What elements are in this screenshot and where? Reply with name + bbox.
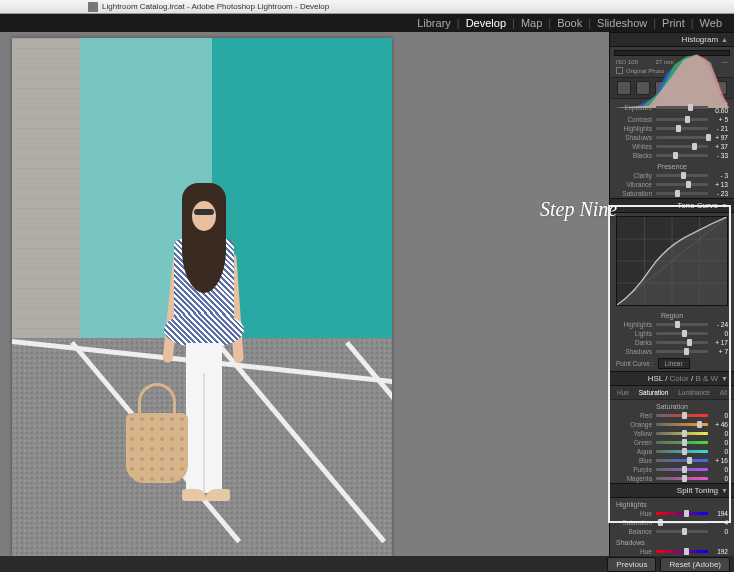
presence-vibrance-row: Vibrance+ 13 (610, 180, 734, 189)
basic-highlights-row: Highlights- 21 (610, 124, 734, 133)
tc-shadows-slider[interactable] (656, 350, 708, 353)
st-sh-hue-slider[interactable] (656, 550, 708, 553)
hsl-green-label: Green (616, 439, 656, 446)
presence-clarity-value[interactable]: - 3 (708, 172, 728, 179)
tc-lights-slider[interactable] (656, 332, 708, 335)
presence-saturation-row: Saturation- 23 (610, 189, 734, 198)
st-hi-sat-row: Saturation4 (610, 518, 734, 527)
module-web[interactable]: Web (694, 17, 728, 29)
st-sh-hue-value[interactable]: 192 (708, 548, 728, 555)
basic-blacks-value[interactable]: - 33 (708, 152, 728, 159)
panel-hsl-header[interactable]: HSL / Color / B & W▼ (610, 371, 734, 386)
basic-contrast-slider[interactable] (656, 118, 708, 121)
tone-curve-graph[interactable] (616, 216, 728, 306)
right-panel: Histogram▲ ISO 10027 mm f / 10— Original… (609, 32, 734, 556)
hsl-blue-value[interactable]: + 16 (708, 457, 728, 464)
hsl-section-label: Saturation (610, 400, 734, 411)
hsl-red-row: Red0 (610, 411, 734, 420)
tc-highlights-label: Highlights (616, 321, 656, 328)
basic-shadows-value[interactable]: + 97 (708, 134, 728, 141)
basic-contrast-value[interactable]: + 5 (708, 116, 728, 123)
hsl-purple-row: Purple0 (610, 465, 734, 474)
module-develop[interactable]: Develop (460, 17, 512, 29)
hsl-tab-all[interactable]: All (717, 388, 730, 397)
hsl-tab-saturation[interactable]: Saturation (636, 388, 672, 397)
st-hi-sat-slider[interactable] (656, 521, 708, 524)
point-curve-select[interactable]: Linear (658, 358, 690, 369)
tc-darks-value[interactable]: + 17 (708, 339, 728, 346)
hsl-aqua-slider[interactable] (656, 450, 708, 453)
tc-highlights-value[interactable]: - 24 (708, 321, 728, 328)
hsl-yellow-value[interactable]: 0 (708, 430, 728, 437)
module-book[interactable]: Book (551, 17, 588, 29)
presence-saturation-value[interactable]: - 23 (708, 190, 728, 197)
hsl-blue-label: Blue (616, 457, 656, 464)
basic-exposure-slider[interactable] (656, 106, 708, 109)
module-slideshow[interactable]: Slideshow (591, 17, 653, 29)
panel-tonecurve-header[interactable]: Tone Curve▼ (610, 198, 734, 213)
hsl-orange-value[interactable]: + 46 (708, 421, 728, 428)
tc-darks-slider[interactable] (656, 341, 708, 344)
module-print[interactable]: Print (656, 17, 691, 29)
st-sh-hue-label: Hue (616, 548, 656, 555)
module-library[interactable]: Library (411, 17, 457, 29)
window-title: Lightroom Catalog.lrcat - Adobe Photosho… (102, 2, 329, 11)
st-hi-sat-value[interactable]: 4 (708, 519, 728, 526)
st-hi-hue-slider[interactable] (656, 512, 708, 515)
hsl-blue-slider[interactable] (656, 459, 708, 462)
st-balance-value[interactable]: 0 (708, 528, 728, 535)
basic-blacks-slider[interactable] (656, 154, 708, 157)
hsl-red-slider[interactable] (656, 414, 708, 417)
hsl-green-slider[interactable] (656, 441, 708, 444)
tc-highlights-slider[interactable] (656, 323, 708, 326)
tc-darks-label: Darks (616, 339, 656, 346)
presence-vibrance-value[interactable]: + 13 (708, 181, 728, 188)
hsl-yellow-slider[interactable] (656, 432, 708, 435)
hsl-tab-hue[interactable]: Hue (614, 388, 632, 397)
hsl-magenta-row: Magenta0 (610, 474, 734, 483)
basic-highlights-slider[interactable] (656, 127, 708, 130)
st-hi-hue-row: Hue194 (610, 509, 734, 518)
hsl-red-value[interactable]: 0 (708, 412, 728, 419)
hsl-magenta-value[interactable]: 0 (708, 475, 728, 482)
st-balance-row: Balance0 (610, 527, 734, 536)
basic-shadows-slider[interactable] (656, 136, 708, 139)
basic-whites-slider[interactable] (656, 145, 708, 148)
histogram[interactable] (614, 50, 730, 56)
panel-splittoning-header[interactable]: Split Toning▼ (610, 483, 734, 498)
basic-contrast-label: Contrast (616, 116, 656, 123)
presence-saturation-label: Saturation (616, 190, 656, 197)
point-curve-label: Point Curve : (616, 360, 654, 367)
hsl-aqua-value[interactable]: 0 (708, 448, 728, 455)
presence-clarity-slider[interactable] (656, 174, 708, 177)
tc-lights-value[interactable]: 0 (708, 330, 728, 337)
st-hi-hue-value[interactable]: 194 (708, 510, 728, 517)
tc-shadows-value[interactable]: + 7 (708, 348, 728, 355)
hsl-orange-slider[interactable] (656, 423, 708, 426)
basic-highlights-label: Highlights (616, 125, 656, 132)
title-bar: Lightroom Catalog.lrcat - Adobe Photosho… (0, 0, 734, 14)
st-balance-label: Balance (616, 528, 656, 535)
basic-shadows-label: Shadows (616, 134, 656, 141)
module-map[interactable]: Map (515, 17, 548, 29)
basic-whites-value[interactable]: + 37 (708, 143, 728, 150)
image-canvas[interactable] (0, 32, 609, 556)
presence-saturation-slider[interactable] (656, 192, 708, 195)
module-picker: Library| Develop| Map| Book| Slideshow| … (0, 14, 734, 32)
previous-button[interactable]: Previous (607, 557, 656, 572)
region-label: Region (610, 309, 734, 320)
hsl-tabs: Hue Saturation Luminance All (610, 386, 734, 400)
hsl-magenta-slider[interactable] (656, 477, 708, 480)
hsl-green-value[interactable]: 0 (708, 439, 728, 446)
presence-vibrance-slider[interactable] (656, 183, 708, 186)
hsl-tab-luminance[interactable]: Luminance (675, 388, 713, 397)
hsl-aqua-row: Aqua0 (610, 447, 734, 456)
basic-highlights-value[interactable]: - 21 (708, 125, 728, 132)
st-balance-slider[interactable] (656, 530, 708, 533)
hsl-purple-slider[interactable] (656, 468, 708, 471)
reset-button[interactable]: Reset (Adobe) (660, 557, 730, 572)
panel-histogram-header[interactable]: Histogram▲ (610, 32, 734, 47)
hsl-purple-value[interactable]: 0 (708, 466, 728, 473)
hsl-yellow-label: Yellow (616, 430, 656, 437)
hsl-purple-label: Purple (616, 466, 656, 473)
